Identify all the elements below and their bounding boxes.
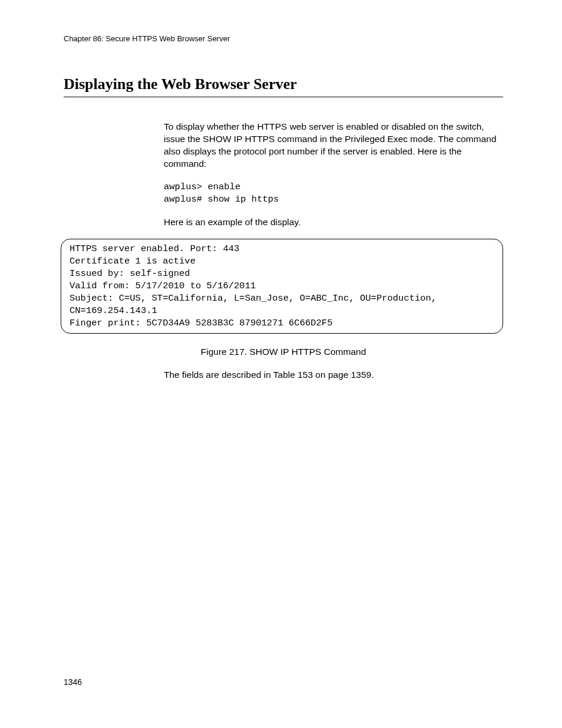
command-block: awplus> enable awplus# show ip https	[164, 181, 503, 206]
intro-paragraph: To display whether the HTTPS web server …	[164, 121, 503, 170]
page-number: 1346	[64, 677, 82, 687]
chapter-header: Chapter 86: Secure HTTPS Web Browser Ser…	[64, 34, 503, 43]
section-title: Displaying the Web Browser Server	[64, 75, 503, 97]
example-intro: Here is an example of the display.	[164, 216, 503, 229]
fields-paragraph: The fields are described in Table 153 on…	[164, 369, 503, 381]
figure-caption: Figure 217. SHOW IP HTTPS Command	[64, 347, 503, 357]
terminal-output-box: HTTPS server enabled. Port: 443 Certific…	[61, 239, 503, 333]
